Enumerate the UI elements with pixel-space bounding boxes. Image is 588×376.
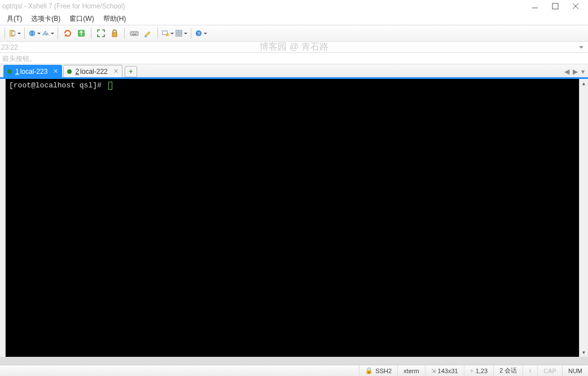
status-protocol: 🔒 SSH2 bbox=[359, 365, 397, 376]
svg-rect-5 bbox=[12, 32, 15, 36]
tab-add-button[interactable]: + bbox=[125, 66, 137, 77]
tab-number: 1 bbox=[15, 68, 19, 76]
status-dot-icon bbox=[7, 69, 12, 74]
svg-text:?: ? bbox=[198, 31, 200, 37]
reconnect-button[interactable] bbox=[62, 27, 74, 39]
highlight-button[interactable] bbox=[142, 27, 154, 39]
status-dot-icon bbox=[67, 69, 72, 74]
highlighter-icon bbox=[143, 29, 152, 38]
svg-rect-27 bbox=[179, 34, 182, 36]
left-gutter bbox=[0, 79, 6, 357]
globe-dropdown-button[interactable] bbox=[28, 27, 41, 39]
svg-text:+: + bbox=[166, 33, 168, 36]
tab-local-222[interactable]: 2 local-222 ✕ bbox=[63, 65, 122, 77]
window-add-icon: + bbox=[161, 29, 169, 38]
refresh-icon bbox=[63, 29, 72, 38]
minimize-icon bbox=[530, 2, 539, 11]
updown-icon: ↕ bbox=[529, 368, 532, 374]
menu-bar: 具(T) 选项卡(B) 窗口(W) 帮助(H) bbox=[0, 12, 588, 25]
toolbar-separator bbox=[58, 28, 58, 39]
tab-next-button[interactable]: ▶ bbox=[572, 68, 579, 76]
toolbar-separator bbox=[157, 28, 158, 39]
svg-rect-25 bbox=[179, 30, 182, 33]
svg-rect-12 bbox=[112, 33, 117, 37]
svg-rect-13 bbox=[130, 32, 138, 36]
lock-icon bbox=[110, 29, 119, 38]
fullscreen-button[interactable] bbox=[95, 27, 107, 39]
lock-icon: 🔒 bbox=[365, 367, 373, 374]
tab-prev-button[interactable]: ◀ bbox=[563, 68, 571, 76]
resize-strip bbox=[0, 357, 588, 365]
status-num: NUM bbox=[562, 365, 588, 376]
toolbar-separator bbox=[124, 28, 125, 39]
font-dropdown-button[interactable]: AA bbox=[42, 27, 54, 39]
menu-window[interactable]: 窗口(W) bbox=[65, 13, 98, 25]
xftp-button[interactable] bbox=[75, 27, 87, 39]
cap-label: CAP bbox=[543, 368, 556, 374]
transfer-icon bbox=[77, 29, 86, 38]
vertical-scrollbar[interactable]: ▲ ▼ bbox=[579, 79, 588, 357]
new-window-button[interactable]: + bbox=[161, 27, 174, 39]
window-controls bbox=[525, 0, 586, 12]
svg-rect-1 bbox=[552, 3, 558, 9]
close-button[interactable] bbox=[565, 0, 586, 12]
keyboard-button[interactable] bbox=[128, 27, 141, 39]
sessions-label: 2 会话 bbox=[499, 366, 517, 375]
tab-label: local-222 bbox=[80, 68, 108, 76]
terminal[interactable]: [root@localhost qsl]# bbox=[6, 79, 579, 357]
svg-rect-21 bbox=[163, 31, 168, 32]
tabs-row: 1 local-223 ✕ 2 local-222 ✕ + ◀ ▶ ▾ bbox=[0, 64, 588, 78]
svg-rect-26 bbox=[176, 34, 178, 36]
menu-help[interactable]: 帮助(H) bbox=[99, 13, 131, 25]
maximize-icon bbox=[551, 2, 560, 11]
tab-close-button[interactable]: ✕ bbox=[53, 68, 58, 75]
help-dropdown-button[interactable]: ? bbox=[195, 27, 207, 39]
toolbar-separator bbox=[5, 28, 5, 39]
status-updown: ↕ bbox=[523, 365, 537, 376]
status-sessions: 2 会话 bbox=[493, 365, 523, 376]
scroll-down-button[interactable]: ▼ bbox=[580, 348, 588, 357]
resize-icon: ⇲ bbox=[431, 368, 436, 374]
terminal-area: [root@localhost qsl]# ▲ ▼ bbox=[0, 78, 588, 357]
help-icon: ? bbox=[195, 29, 203, 38]
fullscreen-icon bbox=[96, 29, 106, 38]
tab-nav: ◀ ▶ ▾ bbox=[563, 68, 586, 76]
address-bar: 23:22 博客园 @ 青石路 bbox=[0, 42, 588, 53]
window-title: opt/qsl - Xshell 7 (Free for Home/School… bbox=[2, 2, 525, 10]
toolbar-separator bbox=[91, 28, 91, 39]
tab-list-button[interactable]: ▾ bbox=[580, 68, 586, 76]
cursor-label: 1,23 bbox=[476, 368, 488, 374]
clipboard-icon bbox=[8, 29, 16, 38]
status-termtype: xterm bbox=[397, 365, 425, 376]
menu-tabs[interactable]: 选项卡(B) bbox=[27, 13, 65, 25]
address-dropdown-icon[interactable] bbox=[579, 46, 583, 48]
toolbar: AA + ? bbox=[0, 25, 588, 42]
layout-button[interactable] bbox=[175, 27, 187, 39]
svg-text:A: A bbox=[45, 32, 49, 37]
lock-button[interactable] bbox=[108, 27, 121, 39]
tab-label: local-223 bbox=[20, 68, 48, 76]
terminal-cursor bbox=[108, 82, 112, 90]
tab-number: 2 bbox=[75, 68, 79, 76]
terminal-prompt: [root@localhost qsl]# bbox=[9, 81, 106, 90]
scroll-up-button[interactable]: ▲ bbox=[580, 79, 588, 88]
minimize-button[interactable] bbox=[525, 0, 545, 12]
globe-icon bbox=[28, 29, 36, 38]
title-bar: opt/qsl - Xshell 7 (Free for Home/School… bbox=[0, 0, 588, 12]
hint-text: 箭头按钮。 bbox=[2, 55, 36, 63]
status-bar: 🔒 SSH2 xterm ⇲ 143x31 ⎀ 1,23 2 会话 ↕ CAP … bbox=[0, 365, 588, 376]
termtype-label: xterm bbox=[403, 368, 419, 374]
status-cursor: ⎀ 1,23 bbox=[464, 365, 493, 376]
status-cap: CAP bbox=[537, 365, 562, 376]
maximize-button[interactable] bbox=[545, 0, 565, 12]
font-icon: AA bbox=[42, 29, 50, 38]
close-icon bbox=[571, 2, 580, 11]
hint-bar: 箭头按钮。 bbox=[0, 53, 588, 64]
cursor-pos-icon: ⎀ bbox=[470, 368, 473, 374]
menu-tools[interactable]: 具(T) bbox=[2, 13, 27, 25]
tab-local-223[interactable]: 1 local-223 ✕ bbox=[3, 65, 62, 77]
status-dimensions: ⇲ 143x31 bbox=[425, 365, 464, 376]
tab-close-button[interactable]: ✕ bbox=[113, 68, 119, 75]
num-label: NUM bbox=[568, 368, 582, 374]
paste-dropdown-button[interactable] bbox=[8, 27, 21, 39]
